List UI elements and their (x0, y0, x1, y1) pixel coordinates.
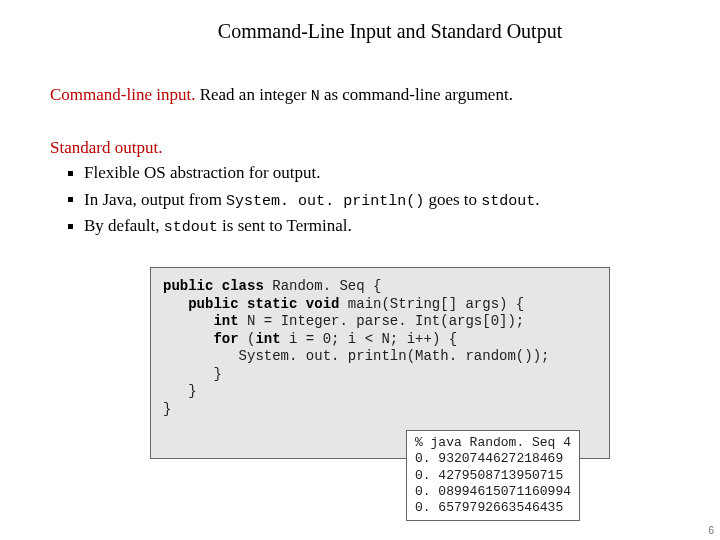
output-line: 0. 08994615071160994 (415, 484, 571, 499)
cli-body-pre: Read an integer (195, 85, 310, 104)
bullet-code2: stdout (481, 193, 535, 210)
output-line: % java Random. Seq 4 (415, 435, 571, 450)
code-text: N = Integer. parse. Int(args[0]); (239, 313, 525, 329)
bullet-text: Flexible OS abstraction for output. (84, 163, 321, 182)
code-text: main(String[] args) { (339, 296, 524, 312)
cli-body-post: as command-line argument. (320, 85, 513, 104)
kw: public static void (163, 296, 339, 312)
bullet-pre: In Java, output from (84, 190, 226, 209)
slide-title: Command-Line Input and Standard Output (50, 20, 670, 43)
code-text: Random. Seq { (264, 278, 382, 294)
page-number: 6 (708, 525, 714, 536)
code-area: public class Random. Seq { public static… (150, 267, 610, 459)
slide: Command-Line Input and Standard Output C… (0, 0, 720, 540)
stdout-section: Standard output. Flexible OS abstraction… (50, 136, 670, 240)
list-item: In Java, output from System. out. printl… (68, 187, 670, 213)
code-text: } (163, 401, 171, 417)
kw: for (163, 331, 239, 347)
stdout-heading: Standard output. (50, 138, 162, 157)
cli-body-code: N (311, 88, 320, 105)
bullet-code: stdout (164, 219, 218, 236)
code-text: ( (239, 331, 256, 347)
cli-heading: Command-line input. (50, 85, 195, 104)
bullet-mid: goes to (424, 190, 481, 209)
output-line: 0. 4279508713950715 (415, 468, 563, 483)
bullet-post: . (535, 190, 539, 209)
list-item: Flexible OS abstraction for output. (68, 160, 670, 186)
cli-paragraph: Command-line input. Read an integer N as… (50, 83, 670, 108)
kw: public class (163, 278, 264, 294)
code-text: } (163, 383, 197, 399)
code-text: System. out. println(Math. random()); (163, 348, 549, 364)
bullet-pre: By default, (84, 216, 164, 235)
output-box: % java Random. Seq 4 0. 9320744627218469… (406, 430, 580, 521)
output-line: 0. 6579792663546435 (415, 500, 563, 515)
bullet-post: is sent to Terminal. (218, 216, 352, 235)
code-text: } (163, 366, 222, 382)
output-line: 0. 9320744627218469 (415, 451, 563, 466)
kw: int (163, 313, 239, 329)
kw: int (255, 331, 280, 347)
code-text: i = 0; i < N; i++) { (281, 331, 457, 347)
list-item: By default, stdout is sent to Terminal. (68, 213, 670, 239)
bullet-code: System. out. println() (226, 193, 424, 210)
stdout-bullets: Flexible OS abstraction for output. In J… (50, 160, 670, 239)
